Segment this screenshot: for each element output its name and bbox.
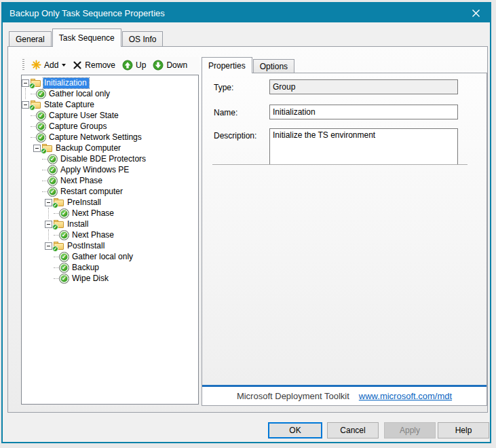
tree-item-label: Next Phase	[71, 208, 116, 219]
description-label: Description:	[214, 131, 256, 141]
remove-icon	[73, 60, 82, 70]
tree-item-next-phase[interactable]: ✓Next Phase	[22, 229, 198, 240]
tree-item-initialization[interactable]: ✓Initialization	[22, 77, 198, 88]
tree-item-label: PostInstall	[66, 241, 107, 251]
properties-tab-strip: PropertiesOptions	[202, 57, 295, 73]
tree-guide	[33, 262, 45, 273]
tree-item-wipe-disk[interactable]: ✓Wipe Disk	[22, 273, 198, 284]
add-button[interactable]: Add	[28, 58, 69, 71]
tree-guide	[33, 208, 45, 219]
properties-panel: Type: Name: Description: Initialize the …	[202, 73, 487, 406]
group-folder-icon: ✓	[54, 219, 64, 229]
tree-item-label: Capture Groups	[48, 122, 109, 132]
cancel-button[interactable]: Cancel	[327, 422, 379, 438]
tree-item-label: PreInstall	[66, 198, 103, 208]
expand-toggle[interactable]	[45, 199, 52, 206]
down-button[interactable]: Down	[149, 58, 191, 72]
close-icon	[472, 9, 480, 18]
tree-item-backup[interactable]: ✓Backup	[22, 262, 198, 273]
tree-connector-stub	[33, 121, 36, 132]
expand-toggle[interactable]	[45, 221, 52, 228]
tree-item-label: Next Phase	[71, 230, 116, 240]
tree-guide	[22, 164, 33, 175]
group-folder-icon: ✓	[42, 143, 53, 153]
help-button[interactable]: Help	[438, 422, 489, 438]
tree-item-gather-local-only[interactable]: ✓Gather local only	[22, 251, 198, 262]
tree-item-label: Restart computer	[60, 187, 125, 197]
tree-item-disable-bde-protectors[interactable]: ✓Disable BDE Protectors	[22, 153, 198, 164]
tree-guide	[22, 186, 33, 197]
tab-properties[interactable]: Properties	[202, 57, 252, 73]
expand-toggle[interactable]	[22, 101, 29, 109]
mdt-link[interactable]: www.microsoft.com/mdt	[359, 391, 452, 401]
up-button-label: Up	[136, 60, 146, 70]
group-folder-icon: ✓	[54, 241, 64, 250]
tree-connector-stub	[33, 132, 36, 143]
tree-item-capture-groups[interactable]: ✓Capture Groups	[22, 121, 198, 132]
title-bar: Backup Only Task Sequence Properties	[3, 3, 490, 22]
tree-connector-stub	[45, 186, 47, 197]
tree-item-apply-windows-pe[interactable]: ✓Apply Windows PE	[22, 164, 198, 175]
tree-connector-stub	[33, 88, 36, 99]
mdt-brand-text: Microsoft Deployment Toolkit	[237, 391, 349, 401]
tree-connector-stub	[56, 262, 59, 273]
tab-general[interactable]: General	[9, 31, 52, 46]
type-label: Type:	[214, 83, 233, 92]
add-icon	[31, 60, 41, 70]
section-divider	[212, 164, 468, 166]
tree-guide	[22, 208, 33, 219]
tree-item-next-phase[interactable]: ✓Next Phase	[22, 208, 198, 219]
tree-item-backup-computer[interactable]: ✓Backup Computer	[22, 143, 198, 153]
step-check-icon: ✓	[47, 154, 58, 164]
tree-connector-stub	[56, 208, 59, 219]
tree-guide	[22, 153, 33, 164]
description-field[interactable]: Initialize the TS environment	[269, 128, 458, 166]
tree-guide	[22, 229, 33, 240]
tree-connector-stub	[56, 251, 59, 262]
main-tab-strip: GeneralTask SequenceOS Info	[9, 29, 164, 46]
close-button[interactable]	[461, 3, 490, 22]
tree-item-state-capture[interactable]: ✓State Capture	[22, 99, 198, 110]
up-button[interactable]: Up	[119, 58, 149, 72]
tree-item-gather-local-only[interactable]: ✓Gather local only	[22, 88, 198, 99]
group-folder-icon: ✓	[31, 100, 41, 109]
expand-toggle[interactable]	[33, 145, 41, 152]
tree-item-preinstall[interactable]: ✓PreInstall	[22, 197, 198, 208]
step-check-icon: ✓	[36, 122, 46, 132]
tree-item-label: Gather local only	[71, 252, 135, 262]
tree-item-label: Install	[66, 219, 90, 229]
group-folder-icon: ✓	[54, 198, 64, 207]
ok-button[interactable]: OK	[268, 422, 322, 438]
tab-task-sequence[interactable]: Task Sequence	[52, 29, 121, 47]
tree-item-capture-user-state[interactable]: ✓Capture User State	[22, 110, 198, 121]
name-field[interactable]	[269, 105, 458, 119]
expand-toggle[interactable]	[22, 79, 29, 87]
toolbar-grip[interactable]	[22, 59, 24, 71]
tree-item-install[interactable]: ✓Install	[22, 219, 198, 229]
step-check-icon: ✓	[47, 176, 58, 186]
remove-button-label: Remove	[85, 60, 115, 70]
tree-guide	[33, 240, 45, 251]
screenshot-canvas: Backup Only Task Sequence Properties Gen…	[0, 0, 496, 448]
tree-item-capture-network-settings[interactable]: ✓Capture Network Settings	[22, 132, 198, 143]
add-dropdown-caret	[62, 64, 66, 67]
tree-guide	[33, 273, 45, 284]
tree-guide	[33, 251, 45, 262]
tree-item-label: Gather local only	[48, 89, 112, 99]
tree-item-next-phase[interactable]: ✓Next Phase	[22, 175, 198, 186]
tree-item-label: Apply Windows PE	[60, 165, 131, 175]
dialog-body: GeneralTask SequenceOS Info	[3, 22, 490, 443]
step-check-icon: ✓	[59, 274, 69, 284]
mdt-footer: Microsoft Deployment Toolkit www.microso…	[202, 385, 487, 405]
tree-item-postinstall[interactable]: ✓PostInstall	[22, 240, 198, 251]
tab-options[interactable]: Options	[253, 59, 294, 73]
type-field	[269, 79, 458, 94]
tree-item-restart-computer[interactable]: ✓Restart computer	[22, 186, 198, 197]
dialog-window: Backup Only Task Sequence Properties Gen…	[1, 2, 491, 443]
up-icon	[122, 60, 133, 71]
name-label: Name:	[214, 108, 237, 117]
tree-guide	[22, 251, 33, 262]
remove-button[interactable]: Remove	[69, 59, 119, 71]
expand-toggle[interactable]	[45, 242, 52, 250]
tab-os-info[interactable]: OS Info	[122, 31, 164, 46]
